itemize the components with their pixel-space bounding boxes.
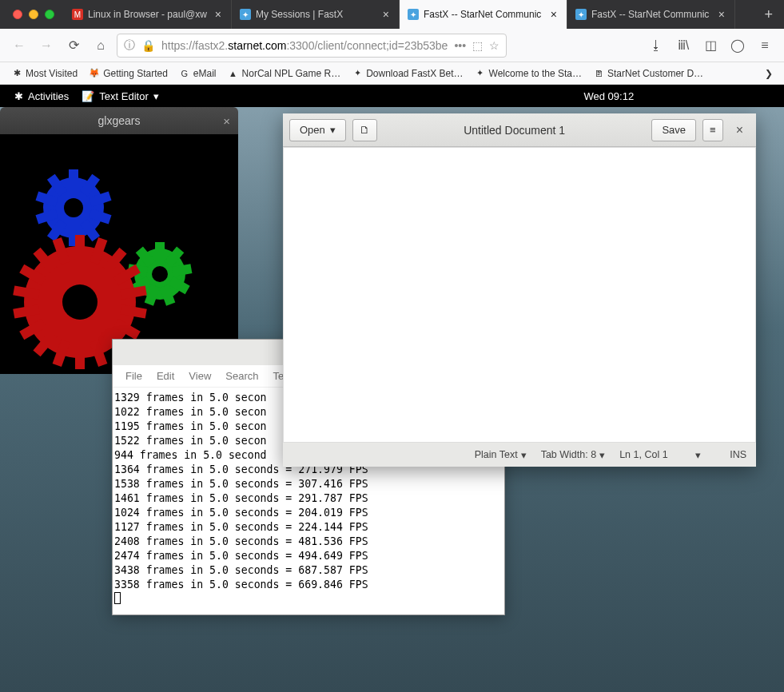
app-menu-label: Text Editor bbox=[99, 90, 148, 102]
save-button[interactable]: Save bbox=[651, 119, 696, 141]
browser-tab[interactable]: ✦FastX -- StarNet Communic× bbox=[400, 0, 567, 29]
url-bar[interactable]: ⓘ 🔒 https://fastx2.starnet.com:3300/clie… bbox=[117, 34, 507, 58]
bookmark-label: Most Visited bbox=[26, 68, 78, 79]
close-icon[interactable]: × bbox=[223, 114, 230, 128]
menu-icon: ≡ bbox=[710, 124, 716, 136]
bookmark-favicon-icon: 🖹 bbox=[593, 68, 604, 79]
cursor-position[interactable]: Ln 1, Col 1 ▾ bbox=[619, 449, 715, 461]
bookmark-item[interactable]: ✦Download FastX Bet… bbox=[347, 66, 468, 81]
terminal-menu-item[interactable]: View bbox=[182, 368, 217, 384]
bookmark-favicon-icon: ▲ bbox=[228, 68, 239, 79]
browser-tab[interactable]: MLinux in Browser - paul@xw× bbox=[64, 0, 232, 29]
sidebar-icon[interactable]: ◫ bbox=[699, 34, 722, 57]
reload-button[interactable]: ⟳ bbox=[62, 34, 85, 57]
gedit-title: Untitled Document 1 bbox=[384, 124, 646, 137]
terminal-menu-item[interactable]: Edit bbox=[150, 368, 181, 384]
lock-icon: 🔒 bbox=[141, 39, 155, 52]
svg-rect-24 bbox=[75, 235, 85, 260]
bookmarks-overflow-icon[interactable]: ❯ bbox=[760, 68, 778, 79]
chevron-down-icon: ▾ bbox=[330, 124, 336, 136]
terminal-menu-item[interactable]: File bbox=[119, 368, 149, 384]
downloads-icon[interactable]: ⭳ bbox=[645, 34, 667, 57]
chevron-down-icon: ▾ bbox=[599, 449, 605, 461]
library-icon[interactable]: ⅲ\ bbox=[672, 34, 694, 57]
bookmark-label: NorCal NPL Game R… bbox=[242, 68, 341, 79]
page-actions-icon[interactable]: ••• bbox=[454, 39, 466, 52]
remote-desktop-viewport: ✱ Activities 📝 Text Editor ▾ Wed 09:12 g… bbox=[0, 85, 784, 692]
activities-label: Activities bbox=[28, 90, 69, 102]
browser-nav-row: ← → ⟳ ⌂ ⓘ 🔒 https://fastx2.starnet.com:3… bbox=[0, 29, 784, 62]
chevron-down-icon: ▾ bbox=[695, 449, 701, 461]
glxgears-titlebar[interactable]: glxgears × bbox=[0, 107, 238, 134]
close-window-button[interactable] bbox=[13, 10, 22, 19]
account-icon[interactable]: ◯ bbox=[726, 34, 749, 57]
bookmark-label: Welcome to the Sta… bbox=[489, 68, 583, 79]
gedit-headerbar: Open ▾ 🗋 Untitled Document 1 Save ≡ × bbox=[283, 113, 756, 147]
close-tab-icon[interactable]: × bbox=[549, 7, 559, 22]
bookmark-item[interactable]: ▲NorCal NPL Game R… bbox=[223, 66, 346, 81]
browser-tab[interactable]: ✦FastX -- StarNet Communic× bbox=[567, 0, 735, 29]
info-icon[interactable]: ⓘ bbox=[124, 38, 135, 53]
minimize-window-button[interactable] bbox=[29, 10, 38, 19]
glxgears-window: glxgears × bbox=[0, 107, 238, 374]
bookmark-favicon-icon: G bbox=[179, 68, 190, 79]
bookmark-item[interactable]: GeMail bbox=[174, 66, 221, 81]
editor-textarea[interactable] bbox=[283, 147, 756, 443]
bookmark-item[interactable]: ✱Most Visited bbox=[6, 66, 82, 81]
svg-point-22 bbox=[152, 266, 168, 282]
bookmark-item[interactable]: 🖹StarNet Customer D… bbox=[588, 66, 708, 81]
hamburger-menu-button[interactable]: ≡ bbox=[702, 119, 723, 141]
gedit-statusbar: Plain Text▾ Tab Width: 8▾ Ln 1, Col 1 ▾ … bbox=[283, 443, 756, 467]
insert-mode[interactable]: INS bbox=[730, 449, 746, 460]
favicon-icon: ✦ bbox=[575, 9, 587, 20]
app-menu-button[interactable]: 📝 Text Editor ▾ bbox=[75, 90, 165, 102]
svg-rect-33 bbox=[75, 344, 85, 369]
bookmarks-bar: ✱Most Visited🦊Getting StartedGeMail▲NorC… bbox=[0, 62, 784, 85]
new-tab-button[interactable]: + bbox=[753, 0, 784, 29]
close-icon[interactable]: × bbox=[730, 123, 750, 137]
close-tab-icon[interactable]: × bbox=[381, 7, 391, 22]
terminal-menu-item[interactable]: Search bbox=[219, 368, 265, 384]
open-label: Open bbox=[300, 124, 325, 136]
close-tab-icon[interactable]: × bbox=[717, 7, 726, 22]
bookmark-favicon-icon: ✦ bbox=[352, 68, 363, 79]
svg-point-42 bbox=[62, 284, 98, 320]
favicon-icon: ✦ bbox=[408, 9, 419, 20]
bookmark-label: StarNet Customer D… bbox=[607, 68, 703, 79]
menu-icon[interactable]: ≡ bbox=[754, 34, 776, 57]
document-icon: 🗋 bbox=[360, 124, 370, 136]
syntax-selector[interactable]: Plain Text▾ bbox=[475, 449, 527, 461]
glxgears-title: glxgears bbox=[98, 114, 141, 127]
save-label: Save bbox=[662, 124, 686, 136]
tab-label: FastX -- StarNet Communic bbox=[591, 9, 712, 20]
tab-width-selector[interactable]: Tab Width: 8▾ bbox=[541, 449, 605, 461]
new-document-button[interactable]: 🗋 bbox=[352, 119, 377, 141]
back-button[interactable]: ← bbox=[8, 34, 30, 57]
svg-point-11 bbox=[64, 198, 83, 217]
forward-button[interactable]: → bbox=[35, 34, 58, 57]
tab-label: My Sessions | FastX bbox=[256, 9, 376, 20]
tab-label: Linux in Browser - paul@xw bbox=[88, 9, 209, 20]
star-icon[interactable]: ☆ bbox=[489, 39, 499, 52]
bookmark-item[interactable]: 🦊Getting Started bbox=[84, 66, 173, 81]
open-button[interactable]: Open ▾ bbox=[289, 119, 346, 141]
bookmark-favicon-icon: 🦊 bbox=[89, 68, 100, 79]
text-editor-icon: 📝 bbox=[82, 90, 94, 102]
bookmark-item[interactable]: ✦Welcome to the Sta… bbox=[470, 66, 587, 81]
chevron-down-icon: ▾ bbox=[153, 90, 159, 102]
gnome-logo-icon: ✱ bbox=[14, 90, 23, 102]
home-button[interactable]: ⌂ bbox=[90, 34, 112, 57]
svg-rect-13 bbox=[155, 242, 165, 261]
bookmark-label: Getting Started bbox=[103, 68, 168, 79]
chevron-down-icon: ▾ bbox=[521, 449, 527, 461]
clock[interactable]: Wed 09:12 bbox=[584, 90, 635, 102]
activities-button[interactable]: ✱ Activities bbox=[8, 90, 75, 102]
gedit-window: Open ▾ 🗋 Untitled Document 1 Save ≡ × Pl… bbox=[283, 113, 756, 467]
browser-tab[interactable]: ✦My Sessions | FastX× bbox=[232, 0, 400, 29]
bookmark-label: eMail bbox=[193, 68, 217, 79]
maximize-window-button[interactable] bbox=[45, 10, 54, 19]
svg-rect-1 bbox=[69, 169, 78, 190]
favicon-icon: ✦ bbox=[240, 9, 251, 20]
reader-mode-icon[interactable]: ⬚ bbox=[472, 39, 483, 52]
close-tab-icon[interactable]: × bbox=[213, 7, 223, 22]
